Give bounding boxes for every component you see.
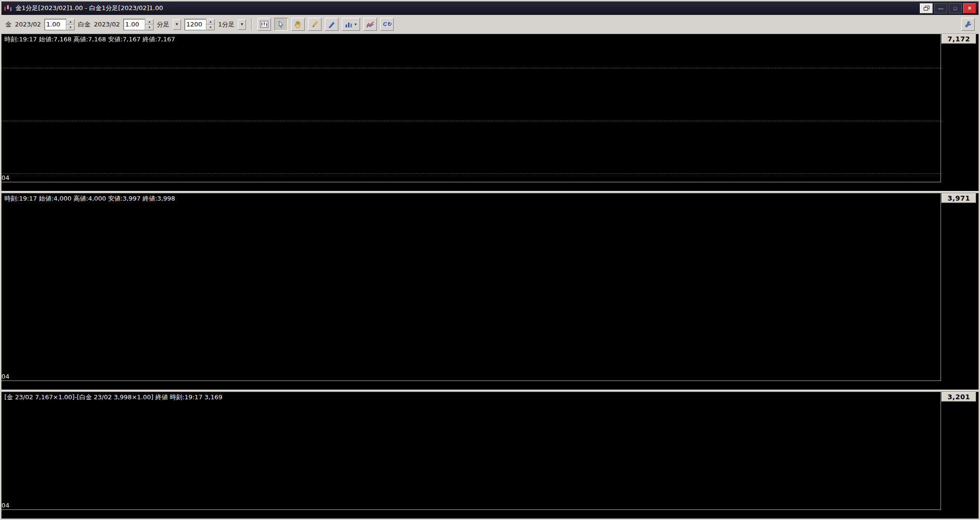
minimize-button[interactable]: — xyxy=(934,3,947,13)
gold-chart-panel: 時刻:19:17 始値:7,168 高値:7,168 安値:7,167 終値:7… xyxy=(1,34,979,191)
gold-date-marker: 04 xyxy=(1,174,10,181)
spread-time-axis xyxy=(1,510,941,519)
pointer-cursor-icon xyxy=(277,20,285,29)
bar-count-up-button[interactable]: ▲ xyxy=(206,19,215,25)
bar-count-down-button[interactable]: ▼ xyxy=(206,25,215,30)
titlebar: 金1分足[2023/02]1.00 - 白金1分足[2023/02]1.00 —… xyxy=(1,1,979,15)
spread-info-line: [金 23/02 7,167×1.00]-[白金 23/02 3,998×1.0… xyxy=(4,393,222,402)
cb-refresh-icon: C↻ xyxy=(383,21,391,27)
gold-multiplier-up-button[interactable]: ▲ xyxy=(66,19,75,25)
gold-multiplier-down-button[interactable]: ▼ xyxy=(66,25,75,30)
gold-candles-canvas[interactable] xyxy=(1,34,941,182)
platinum-plot: 時刻:19:17 始値:4,000 高値:4,000 安値:3,997 終値:3… xyxy=(1,193,941,381)
bar-chart-icon xyxy=(345,20,353,29)
compare-charts-button[interactable] xyxy=(363,18,377,31)
gold-price-axis: 7,172 xyxy=(941,34,979,191)
bar-count-spinner: ▲▼ xyxy=(184,19,215,30)
platinum-date-marker: 04 xyxy=(1,373,10,380)
interval-dropdown-button[interactable]: ▼ xyxy=(173,19,181,30)
maximize-button[interactable]: □ xyxy=(949,3,962,13)
window-controls: — □ × xyxy=(920,3,976,13)
spread-last-price-badge: 3,201 xyxy=(941,392,976,402)
hand-icon xyxy=(294,20,302,29)
timeframe-dropdown-button[interactable]: ▼ xyxy=(238,19,246,30)
pencil-draw-button[interactable] xyxy=(308,18,322,31)
chevron-down-icon: ▼ xyxy=(354,23,357,26)
gold-plot: 時刻:19:17 始値:7,168 高値:7,168 安値:7,167 終値:7… xyxy=(1,34,941,182)
charts-area: 時刻:19:17 始値:7,168 高値:7,168 安値:7,167 終値:7… xyxy=(1,34,979,519)
platinum-multiplier-down-button[interactable]: ▼ xyxy=(145,25,154,30)
interval-label: 分足 xyxy=(157,20,169,29)
platinum-time-axis xyxy=(1,381,941,390)
gold-label: 金 xyxy=(5,20,12,29)
spread-price-axis: 3,201 xyxy=(941,392,979,519)
window-restore-icon xyxy=(923,5,930,12)
indicator-menu-button[interactable]: ▼ xyxy=(342,18,360,31)
app-window: 金1分足[2023/02]1.00 - 白金1分足[2023/02]1.00 —… xyxy=(0,0,980,520)
platinum-candles-canvas[interactable] xyxy=(1,193,146,266)
toolbar: 金 2023/02 ▲▼ 白金 2023/02 ▲▼ 分足 ▼ ▲▼ 1分足 ▼ xyxy=(1,15,979,34)
platinum-info-line: 時刻:19:17 始値:4,000 高値:4,000 安値:3,997 終値:3… xyxy=(4,194,175,203)
spread-date-marker: 04 xyxy=(1,502,10,509)
gold-time-axis xyxy=(1,182,941,191)
gold-last-price-badge: 7,172 xyxy=(941,34,976,44)
window-title: 金1分足[2023/02]1.00 - 白金1分足[2023/02]1.00 xyxy=(15,4,163,13)
timeframe-value: 1分足 xyxy=(218,20,234,29)
platinum-last-price-badge: 3,971 xyxy=(941,193,976,203)
gold-contract: 2023/02 xyxy=(15,21,41,28)
platinum-multiplier-up-button[interactable]: ▲ xyxy=(145,19,154,25)
platinum-contract: 2023/02 xyxy=(94,21,120,28)
gold-multiplier-spinner: ▲▼ xyxy=(44,19,75,30)
spread-plot: [金 23/02 7,167×1.00]-[白金 23/02 3,998×1.0… xyxy=(1,392,941,510)
settings-wrench-button[interactable] xyxy=(961,18,975,31)
spread-chart-panel: [金 23/02 7,167×1.00]-[白金 23/02 3,998×1.0… xyxy=(1,392,979,519)
candle-chart-icon xyxy=(260,20,269,29)
cb-refresh-button[interactable]: C↻ xyxy=(380,18,394,31)
gold-multiplier-input[interactable] xyxy=(44,19,66,30)
toolbar-separator xyxy=(251,18,252,31)
platinum-multiplier-input[interactable] xyxy=(123,19,145,30)
platinum-label: 白金 xyxy=(78,20,90,29)
wrench-icon xyxy=(964,20,972,29)
pencil-icon xyxy=(310,20,319,29)
pointer-select-button[interactable] xyxy=(274,18,288,31)
gold-info-line: 時刻:19:17 始値:7,168 高値:7,168 安値:7,167 終値:7… xyxy=(4,35,175,44)
compare-lines-icon xyxy=(366,20,374,29)
platinum-multiplier-spinner: ▲▼ xyxy=(123,19,154,30)
candle-settings-button[interactable] xyxy=(258,18,271,31)
bar-count-input[interactable] xyxy=(184,19,206,30)
app-icon xyxy=(4,4,13,12)
platinum-price-axis: 3,971 xyxy=(941,193,979,390)
pen-icon xyxy=(327,20,336,29)
restore-window-button[interactable] xyxy=(920,3,933,13)
close-button[interactable]: × xyxy=(963,3,976,13)
pen-draw-button[interactable] xyxy=(325,18,338,31)
platinum-chart-panel: 時刻:19:17 始値:4,000 高値:4,000 安値:3,997 終値:3… xyxy=(1,193,979,390)
spread-line-canvas[interactable] xyxy=(1,392,146,464)
hand-pan-button[interactable] xyxy=(291,18,305,31)
